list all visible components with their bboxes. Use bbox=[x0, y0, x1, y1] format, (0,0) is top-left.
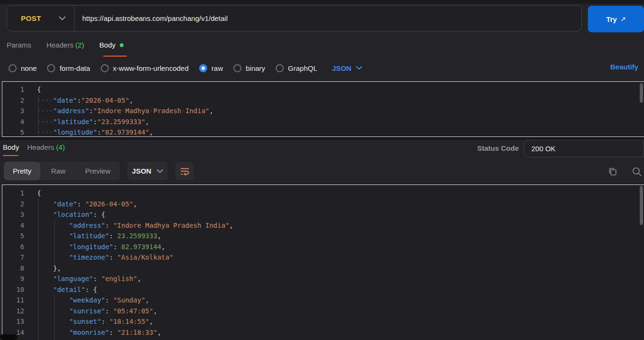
horizontal-scrollbar-thumb[interactable] bbox=[0, 334, 17, 340]
code-text: "language": "english", bbox=[37, 273, 141, 284]
tab-body-label: Body bbox=[99, 41, 115, 49]
tab-body[interactable]: Body bbox=[99, 41, 124, 49]
code-text: "date": "2026-04-05", bbox=[37, 199, 137, 210]
response-tab-body[interactable]: Body bbox=[3, 143, 19, 151]
indent-guide bbox=[54, 220, 55, 263]
response-body-viewer: 1{2 "date": "2026-04-05",3 "location": {… bbox=[2, 185, 644, 340]
radio-icon bbox=[276, 64, 284, 72]
raw-format-label: JSON bbox=[332, 64, 352, 72]
body-type-none[interactable]: none bbox=[9, 64, 37, 72]
line-number: 11 bbox=[2, 295, 24, 306]
response-tab-headers[interactable]: Headers (4) bbox=[27, 143, 65, 151]
try-button-label: Try bbox=[606, 15, 617, 23]
code-text: "timezone": "Asia/Kolkata" bbox=[37, 252, 173, 263]
line-number: 4 bbox=[2, 220, 24, 231]
word-wrap-button[interactable] bbox=[175, 162, 194, 180]
code-text: "moonrise": "21:18:33", bbox=[37, 327, 161, 338]
code-line: 5····"longitude":"82.9739144", bbox=[2, 127, 644, 137]
code-text: "moonset": "07:33:36", bbox=[37, 338, 157, 340]
line-number: 3 bbox=[2, 106, 24, 117]
copy-icon bbox=[608, 167, 617, 176]
radio-icon bbox=[101, 64, 109, 72]
code-line: 5 "latitude": 23.2599333, bbox=[2, 231, 644, 242]
method-label: POST bbox=[21, 14, 41, 22]
line-number: 5 bbox=[2, 231, 24, 242]
request-url-bar: POST https://api.astrobeans.com/panchang… bbox=[7, 5, 582, 31]
response-view-switcher: Pretty Raw Preview bbox=[4, 162, 120, 180]
code-text: }, bbox=[37, 263, 61, 274]
line-number: 9 bbox=[2, 273, 24, 284]
external-arrow-icon: ↗ bbox=[620, 15, 626, 23]
code-text: ····"latitude":"23.2599333", bbox=[37, 117, 149, 127]
code-line: 12 "sunrise": "05:47:05", bbox=[2, 306, 644, 317]
status-code-value: 200 OK bbox=[531, 145, 556, 153]
body-type-raw[interactable]: raw bbox=[199, 64, 223, 72]
tab-params[interactable]: Params bbox=[7, 41, 31, 49]
response-tab-headers-label: Headers bbox=[27, 143, 54, 151]
tab-headers-count: (2) bbox=[76, 41, 84, 49]
tab-headers[interactable]: Headers (2) bbox=[47, 41, 84, 49]
body-type-graphql[interactable]: GraphQL bbox=[276, 64, 317, 72]
status-code-box: 200 OK bbox=[524, 140, 644, 157]
line-number: 12 bbox=[2, 306, 24, 317]
radio-label: x-www-form-urlencoded bbox=[113, 64, 189, 72]
body-type-form-data[interactable]: form-data bbox=[47, 64, 90, 72]
code-line: 2 "date": "2026-04-05", bbox=[2, 199, 644, 210]
line-number: 8 bbox=[2, 263, 24, 274]
line-number: 2 bbox=[2, 199, 24, 210]
try-button[interactable]: Try ↗ bbox=[588, 6, 644, 32]
request-body-editor[interactable]: 1{2····"date":"2026-04-05",3····"address… bbox=[2, 81, 644, 137]
code-line: 4····"latitude":"23.2599333", bbox=[2, 117, 644, 127]
search-response-button[interactable] bbox=[631, 166, 643, 177]
beautify-button[interactable]: Beautify bbox=[610, 63, 638, 71]
radio-label: raw bbox=[211, 64, 223, 72]
body-active-dot bbox=[120, 43, 124, 47]
code-line: 3 "location": { bbox=[2, 209, 644, 220]
radio-selected-icon bbox=[199, 64, 207, 72]
line-number: 13 bbox=[2, 316, 24, 327]
radio-icon bbox=[9, 64, 17, 72]
response-viewer-scrollbar[interactable] bbox=[640, 186, 643, 225]
response-format-label: JSON bbox=[132, 167, 152, 175]
active-tab-underline bbox=[103, 56, 127, 57]
indent-guide bbox=[54, 295, 55, 340]
body-type-x-www-form-urlencoded[interactable]: x-www-form-urlencoded bbox=[101, 64, 189, 72]
status-code-label: Status Code bbox=[477, 144, 519, 152]
code-line: 6 "longitude": 82.9739144, bbox=[2, 242, 644, 253]
radio-label: form-data bbox=[59, 64, 90, 72]
code-line: 13 "sunset": "18:14:55", bbox=[2, 316, 644, 327]
method-selector[interactable]: POST bbox=[7, 6, 74, 31]
line-number: 4 bbox=[2, 117, 24, 127]
radio-label: none bbox=[21, 64, 37, 72]
response-tab-headers-count: (4) bbox=[56, 143, 65, 151]
radio-icon bbox=[47, 64, 55, 72]
radio-label: binary bbox=[246, 64, 265, 72]
copy-response-button[interactable] bbox=[607, 166, 618, 177]
code-line: 8 }, bbox=[2, 263, 644, 274]
code-line: 4 "address": "Indore Madhya Pradesh Indi… bbox=[2, 220, 644, 231]
code-text: ····"date":"2026-04-05", bbox=[37, 95, 133, 106]
body-type-binary[interactable]: binary bbox=[233, 64, 265, 72]
url-input[interactable]: https://api.astrobeans.com/panchang/v1/d… bbox=[75, 14, 228, 22]
line-number: 3 bbox=[2, 209, 24, 220]
code-text: "sunrise": "05:47:05", bbox=[37, 306, 157, 317]
code-line: 11 "weekday": "Sunday", bbox=[2, 295, 644, 306]
view-tab-pretty[interactable]: Pretty bbox=[4, 162, 40, 180]
raw-format-dropdown[interactable]: JSON bbox=[332, 64, 363, 72]
line-number: 2 bbox=[2, 95, 24, 106]
line-number: 5 bbox=[2, 127, 24, 137]
chevron-down-icon bbox=[157, 169, 163, 173]
code-line: 9 "language": "english", bbox=[2, 273, 644, 284]
word-wrap-icon bbox=[180, 167, 190, 175]
response-format-dropdown[interactable]: JSON bbox=[127, 162, 168, 180]
chevron-down-icon bbox=[356, 66, 362, 70]
code-text: ····"address":"Indore·Madhya·Pradesh·Ind… bbox=[37, 106, 213, 117]
request-editor-scrollbar[interactable] bbox=[640, 83, 643, 103]
view-tab-preview[interactable]: Preview bbox=[76, 162, 120, 180]
code-line: 14 "moonrise": "21:18:33", bbox=[2, 327, 644, 338]
radio-icon bbox=[233, 64, 241, 72]
code-text: "location": { bbox=[37, 209, 105, 220]
view-tab-raw[interactable]: Raw bbox=[40, 162, 76, 180]
top-strip bbox=[0, 0, 644, 4]
response-active-tab-underline bbox=[3, 155, 19, 156]
